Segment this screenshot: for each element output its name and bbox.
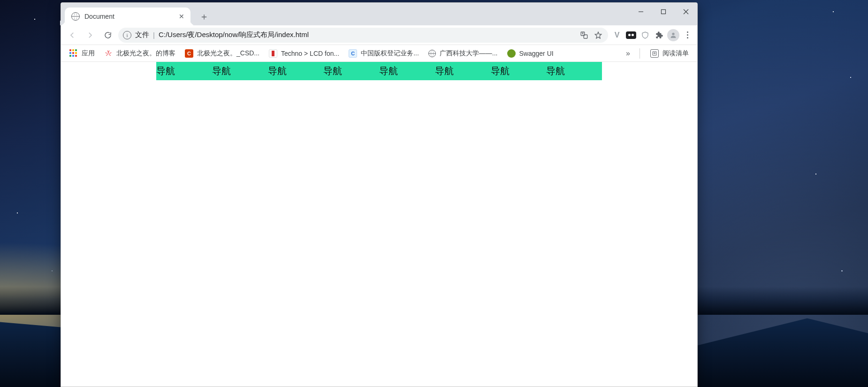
bookmark-label: Swagger UI bbox=[519, 50, 554, 57]
nav-back-button[interactable] bbox=[65, 28, 80, 43]
new-tab-button[interactable]: ＋ bbox=[197, 9, 211, 23]
favicon-icon: C bbox=[349, 49, 357, 58]
window-minimize-button[interactable] bbox=[630, 3, 652, 21]
bookmark-apps[interactable]: 应用 bbox=[66, 47, 99, 60]
browser-toolbar: i 文件 | C:/Users/夜/Desktop/now/响应式布局/inde… bbox=[61, 25, 697, 45]
nav-reload-button[interactable] bbox=[100, 28, 115, 43]
tab-title: Document bbox=[84, 13, 173, 20]
window-close-button[interactable] bbox=[675, 3, 697, 21]
url-path: C:/Users/夜/Desktop/now/响应式布局/index.html bbox=[159, 30, 575, 39]
bookmark-huawei[interactable]: 北极光之夜。的博客 bbox=[100, 47, 179, 60]
browser-window: Document ✕ ＋ i 文件 | bbox=[61, 2, 698, 387]
nav-item[interactable]: 导航 bbox=[323, 62, 379, 80]
nav-item[interactable]: 导航 bbox=[156, 62, 212, 80]
globe-icon bbox=[71, 12, 80, 21]
bookmark-label: 北极光之夜。_CSD... bbox=[197, 49, 259, 58]
bookmark-label: 北极光之夜。的博客 bbox=[116, 49, 175, 58]
bookmarks-bar: 应用 北极光之夜。的博客 C 北极光之夜。_CSD... Techno > LC… bbox=[61, 45, 697, 62]
bookmark-label: Techno > LCD fon... bbox=[281, 50, 339, 57]
nav-forward-button[interactable] bbox=[83, 28, 98, 43]
apps-grid-icon bbox=[69, 49, 78, 58]
favicon-icon bbox=[507, 49, 516, 58]
profile-avatar-button[interactable] bbox=[667, 29, 679, 41]
nav-item[interactable]: 导航 bbox=[491, 62, 547, 80]
bookmarks-overflow-button[interactable]: » bbox=[623, 47, 633, 60]
ext-vue-devtools[interactable]: V bbox=[611, 29, 623, 41]
nav-item[interactable]: 导航 bbox=[435, 62, 491, 80]
nav-item[interactable]: 导航 bbox=[546, 62, 602, 80]
site-info-icon[interactable]: i bbox=[123, 31, 131, 39]
reading-list-icon bbox=[650, 49, 659, 58]
favicon-icon bbox=[269, 49, 277, 58]
reading-list-label: 阅读清单 bbox=[662, 49, 689, 58]
tab-close-button[interactable]: ✕ bbox=[177, 12, 186, 21]
extensions-menu-icon[interactable] bbox=[653, 29, 665, 41]
url-separator: | bbox=[153, 31, 155, 39]
nav-item[interactable]: 导航 bbox=[268, 62, 324, 80]
window-maximize-button[interactable] bbox=[652, 3, 675, 21]
page-nav-bar: 导航 导航 导航 导航 导航 导航 导航 导航 bbox=[156, 62, 602, 80]
bookmark-label: 中国版权登记业务... bbox=[361, 49, 419, 58]
bookmark-label: 应用 bbox=[82, 49, 95, 58]
nav-item[interactable]: 导航 bbox=[212, 62, 268, 80]
reading-list-button[interactable]: 阅读清单 bbox=[647, 47, 693, 60]
bookmark-label: 广西科技大学——... bbox=[440, 49, 498, 58]
favicon-icon: C bbox=[185, 49, 193, 58]
address-bar[interactable]: i 文件 | C:/Users/夜/Desktop/now/响应式布局/inde… bbox=[118, 28, 608, 43]
ext-shield[interactable] bbox=[639, 29, 651, 41]
bookmark-star-icon[interactable] bbox=[593, 30, 603, 40]
browser-menu-button[interactable] bbox=[681, 29, 693, 41]
extensions-row: V bbox=[611, 29, 693, 41]
url-scheme-label: 文件 bbox=[135, 30, 149, 39]
bookmarks-divider bbox=[640, 48, 640, 59]
tab-strip: Document ✕ ＋ bbox=[61, 3, 697, 25]
nav-item[interactable]: 导航 bbox=[379, 62, 435, 80]
bookmark-copyright[interactable]: C 中国版权登记业务... bbox=[345, 47, 423, 60]
svg-point-7 bbox=[672, 32, 674, 35]
svg-rect-1 bbox=[662, 10, 666, 14]
globe-icon bbox=[428, 50, 436, 57]
bookmark-gxust[interactable]: 广西科技大学——... bbox=[425, 47, 502, 60]
svg-marker-6 bbox=[595, 32, 602, 38]
translate-icon[interactable] bbox=[579, 30, 589, 40]
ext-goggles[interactable] bbox=[625, 29, 637, 41]
favicon-icon bbox=[104, 49, 113, 58]
browser-tab[interactable]: Document ✕ bbox=[65, 8, 190, 25]
bookmark-techno[interactable]: Techno > LCD fon... bbox=[265, 47, 343, 60]
bookmark-swagger[interactable]: Swagger UI bbox=[503, 47, 557, 60]
window-controls bbox=[630, 3, 697, 21]
page-viewport[interactable]: 导航 导航 导航 导航 导航 导航 导航 导航 bbox=[61, 62, 697, 387]
bookmark-csdn[interactable]: C 北极光之夜。_CSD... bbox=[181, 47, 263, 60]
